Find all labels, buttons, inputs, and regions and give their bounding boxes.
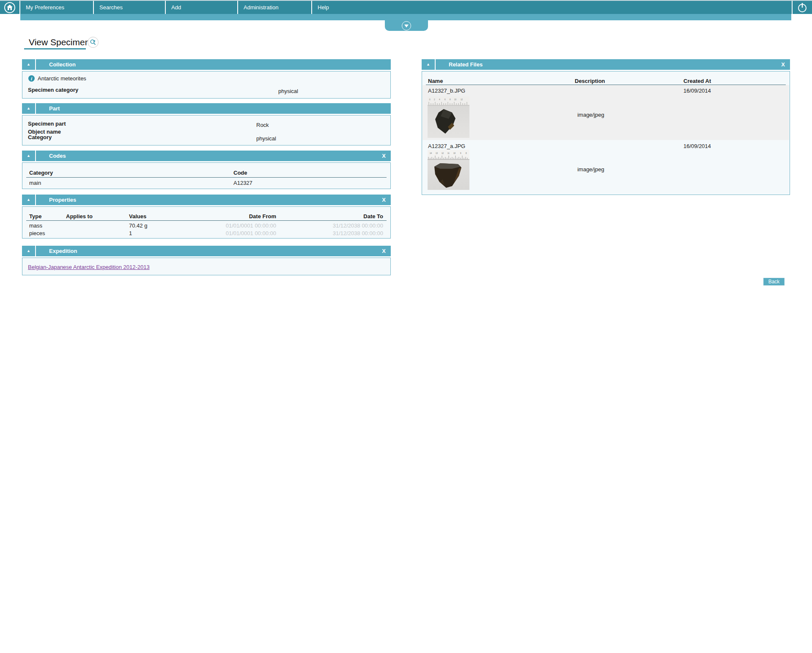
properties-col-date-to: Date To bbox=[307, 213, 383, 219]
expedition-link[interactable]: Belgian-Japanese Antarctic Expedition 20… bbox=[28, 264, 150, 270]
property-type: mass bbox=[29, 222, 42, 229]
menu-expand-tab[interactable] bbox=[385, 20, 428, 31]
svg-text:10: 10 bbox=[453, 152, 456, 154]
file-row: A12327_b.JPG 16/09/2014 image/jpeg 02468… bbox=[422, 85, 789, 140]
property-value: 1 bbox=[129, 230, 132, 236]
related-files-col-description: Description bbox=[575, 78, 605, 84]
meteorite-photo-b: 024681012 bbox=[428, 96, 469, 138]
collapse-up-icon: ▲ bbox=[27, 107, 30, 110]
svg-text:12: 12 bbox=[442, 152, 444, 154]
file-name: A12327_a.JPG bbox=[428, 143, 465, 149]
codes-col-code: Code bbox=[233, 170, 247, 176]
codes-header-rule bbox=[26, 177, 387, 178]
svg-text:12: 12 bbox=[461, 99, 463, 101]
related-files-collapse-button[interactable]: ▲ bbox=[422, 59, 436, 70]
file-created-at: 16/09/2014 bbox=[683, 88, 711, 94]
properties-collapse-button[interactable]: ▲ bbox=[22, 195, 36, 205]
property-date-to: 31/12/2038 00:00:00 bbox=[307, 230, 383, 236]
collection-collapse-button[interactable]: ▲ bbox=[22, 59, 36, 70]
expedition-panel-body: Belgian-Japanese Antarctic Expedition 20… bbox=[22, 258, 391, 275]
collection-name-text: Antarctic meteorites bbox=[38, 75, 86, 82]
codes-table-header-row: Category Code bbox=[22, 170, 390, 176]
file-thumbnail[interactable]: 141312111098 bbox=[428, 150, 469, 190]
nav-label: Add bbox=[171, 4, 181, 11]
nav-item-searches[interactable]: Searches bbox=[94, 1, 166, 14]
preview-search-button[interactable] bbox=[88, 37, 99, 48]
related-files-col-created-at: Created At bbox=[683, 78, 711, 84]
properties-panel-header: ▲ Properties X bbox=[22, 195, 391, 205]
property-date-from: 01/01/0001 00:00:00 bbox=[200, 230, 276, 236]
collapse-up-icon: ▲ bbox=[27, 154, 30, 158]
codes-collapse-button[interactable]: ▲ bbox=[22, 151, 36, 161]
file-description: image/jpeg bbox=[549, 112, 633, 118]
nav-item-administration[interactable]: Administration bbox=[238, 1, 312, 14]
file-thumbnail[interactable]: 024681012 bbox=[428, 96, 469, 138]
related-files-close-button[interactable]: X bbox=[781, 61, 785, 68]
specimen-category-value: physical bbox=[278, 88, 298, 94]
file-name: A12327_b.JPG bbox=[428, 88, 465, 94]
codes-panel-title: Codes bbox=[49, 153, 66, 159]
specimen-category-label: Specimen category bbox=[28, 87, 78, 93]
part-category-label: Category bbox=[28, 134, 52, 140]
collection-panel-body: i Antarctic meteorites Specimen category… bbox=[22, 71, 391, 99]
nav-item-my-preferences[interactable]: My Preferences bbox=[20, 1, 94, 14]
expedition-panel-header: ▲ Expedition X bbox=[22, 246, 391, 256]
property-value: 70.42 g bbox=[129, 222, 147, 229]
properties-panel-body: Type Applies to Values Date From Date To… bbox=[22, 206, 391, 239]
related-files-table-header-row: Name Description Created At bbox=[422, 78, 790, 85]
nav-label: Help bbox=[318, 4, 329, 11]
view-specimen-page: { "nav": { "items": [ {"label": "My Pref… bbox=[0, 0, 812, 653]
page-title: View Specimen bbox=[29, 37, 90, 47]
back-button[interactable]: Back bbox=[763, 278, 785, 285]
part-category-value: physical bbox=[256, 135, 276, 142]
properties-table-row: pieces 1 01/01/0001 00:00:00 31/12/2038 … bbox=[22, 230, 390, 237]
properties-col-applies-to: Applies to bbox=[66, 213, 93, 219]
home-icon bbox=[4, 2, 16, 14]
svg-text:14: 14 bbox=[430, 152, 432, 154]
logout-button[interactable] bbox=[792, 1, 812, 14]
svg-text:13: 13 bbox=[436, 152, 438, 154]
collapse-up-icon: ▲ bbox=[426, 63, 430, 66]
codes-panel-header: ▲ Codes X bbox=[22, 151, 391, 161]
properties-table-row: mass 70.42 g 01/01/0001 00:00:00 31/12/2… bbox=[22, 222, 390, 229]
nav-label: My Preferences bbox=[26, 4, 64, 11]
codes-table-row: main A12327 bbox=[22, 180, 390, 187]
properties-table-header-row: Type Applies to Values Date From Date To bbox=[22, 213, 390, 220]
navbar-spacer bbox=[384, 1, 792, 14]
nav-item-add[interactable]: Add bbox=[166, 1, 238, 14]
expedition-close-button[interactable]: X bbox=[382, 248, 386, 254]
property-date-from: 01/01/0001 00:00:00 bbox=[200, 222, 276, 229]
expedition-collapse-button[interactable]: ▲ bbox=[22, 246, 36, 256]
properties-header-rule bbox=[26, 220, 387, 221]
property-type: pieces bbox=[29, 230, 45, 236]
part-collapse-button[interactable]: ▲ bbox=[22, 103, 36, 114]
navbar-substrip bbox=[20, 14, 791, 20]
properties-panel-title: Properties bbox=[49, 197, 76, 203]
chevron-down-icon bbox=[402, 21, 411, 30]
home-button[interactable] bbox=[0, 1, 20, 14]
info-icon[interactable]: i bbox=[28, 75, 35, 82]
meteorite-photo-a: 141312111098 bbox=[428, 150, 469, 190]
power-icon bbox=[797, 2, 808, 13]
expedition-panel-title: Expedition bbox=[49, 248, 77, 254]
codes-panel-body: Category Code main A12327 bbox=[22, 162, 391, 189]
properties-col-values: Values bbox=[129, 213, 146, 219]
specimen-part-value: Rock bbox=[256, 122, 269, 128]
file-description: image/jpeg bbox=[549, 166, 633, 173]
file-row: A12327_a.JPG 16/09/2014 image/jpeg 14131… bbox=[422, 140, 789, 195]
part-panel-body: Specimen part Rock Object name Category … bbox=[22, 115, 391, 145]
collection-info-row: i Antarctic meteorites bbox=[28, 75, 86, 82]
nav-item-help[interactable]: Help bbox=[312, 1, 384, 14]
related-files-panel-header: ▲ Related Files X bbox=[422, 59, 790, 70]
properties-close-button[interactable]: X bbox=[382, 197, 386, 203]
part-panel-header: ▲ Part bbox=[22, 103, 391, 114]
main-navbar: My Preferences Searches Add Administrati… bbox=[0, 1, 812, 14]
collection-panel-header: ▲ Collection bbox=[22, 59, 391, 70]
codes-close-button[interactable]: X bbox=[382, 153, 386, 159]
property-date-to: 31/12/2038 00:00:00 bbox=[307, 222, 383, 229]
specimen-part-label: Specimen part bbox=[28, 121, 66, 127]
codes-col-category: Category bbox=[29, 170, 53, 176]
collapse-up-icon: ▲ bbox=[27, 63, 30, 66]
svg-text:10: 10 bbox=[454, 99, 457, 101]
magnifier-icon bbox=[90, 39, 96, 46]
